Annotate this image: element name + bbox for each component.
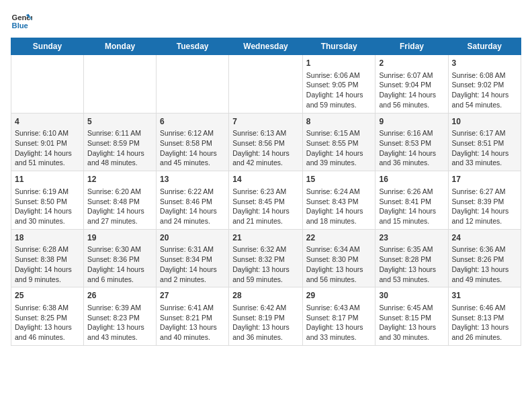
day-header-saturday: Saturday	[448, 38, 521, 55]
calendar-cell	[157, 55, 229, 113]
day-info: Sunrise: 6:17 AM Sunset: 8:51 PM Dayligh…	[452, 128, 517, 168]
calendar-cell: 1Sunrise: 6:06 AM Sunset: 9:05 PM Daylig…	[302, 55, 375, 113]
day-info: Sunrise: 6:06 AM Sunset: 9:05 PM Dayligh…	[306, 71, 372, 110]
day-header-friday: Friday	[375, 38, 448, 55]
calendar-cell: 13Sunrise: 6:22 AM Sunset: 8:46 PM Dayli…	[157, 171, 229, 230]
calendar-cell: 28Sunrise: 6:42 AM Sunset: 8:19 PM Dayli…	[229, 287, 303, 346]
day-number: 1	[306, 58, 372, 69]
day-info: Sunrise: 6:43 AM Sunset: 8:17 PM Dayligh…	[306, 303, 372, 342]
day-info: Sunrise: 6:39 AM Sunset: 8:23 PM Dayligh…	[87, 303, 152, 342]
svg-text:Blue: Blue	[12, 21, 28, 30]
calendar-cell: 29Sunrise: 6:43 AM Sunset: 8:17 PM Dayli…	[302, 287, 375, 346]
calendar-cell: 16Sunrise: 6:26 AM Sunset: 8:41 PM Dayli…	[375, 171, 448, 230]
calendar-cell: 10Sunrise: 6:17 AM Sunset: 8:51 PM Dayli…	[448, 113, 521, 171]
day-info: Sunrise: 6:19 AM Sunset: 8:50 PM Dayligh…	[15, 187, 80, 226]
day-number: 5	[87, 116, 152, 128]
day-info: Sunrise: 6:34 AM Sunset: 8:30 PM Dayligh…	[306, 244, 372, 284]
day-number: 22	[306, 232, 372, 244]
calendar-cell: 19Sunrise: 6:30 AM Sunset: 8:36 PM Dayli…	[84, 229, 157, 287]
day-header-wednesday: Wednesday	[229, 38, 303, 55]
day-info: Sunrise: 6:16 AM Sunset: 8:53 PM Dayligh…	[379, 128, 444, 168]
day-number: 24	[452, 232, 517, 244]
calendar-cell: 6Sunrise: 6:12 AM Sunset: 8:58 PM Daylig…	[157, 113, 229, 171]
calendar-week-2: 4Sunrise: 6:10 AM Sunset: 9:01 PM Daylig…	[11, 113, 521, 171]
day-number: 28	[232, 290, 299, 302]
calendar-cell: 20Sunrise: 6:31 AM Sunset: 8:34 PM Dayli…	[157, 229, 229, 287]
day-number: 14	[232, 174, 299, 185]
day-number: 13	[160, 174, 225, 185]
day-number: 15	[306, 174, 372, 185]
day-number: 30	[379, 290, 444, 302]
day-number: 16	[379, 174, 444, 185]
day-info: Sunrise: 6:30 AM Sunset: 8:36 PM Dayligh…	[87, 244, 152, 284]
calendar-cell: 9Sunrise: 6:16 AM Sunset: 8:53 PM Daylig…	[375, 113, 448, 171]
calendar-cell: 4Sunrise: 6:10 AM Sunset: 9:01 PM Daylig…	[11, 113, 84, 171]
calendar-cell: 14Sunrise: 6:23 AM Sunset: 8:45 PM Dayli…	[229, 171, 303, 230]
day-number: 23	[379, 232, 444, 244]
calendar-cell: 30Sunrise: 6:45 AM Sunset: 8:15 PM Dayli…	[375, 287, 448, 346]
calendar-cell: 21Sunrise: 6:32 AM Sunset: 8:32 PM Dayli…	[229, 229, 303, 287]
calendar-cell	[229, 55, 303, 113]
calendar-cell: 5Sunrise: 6:11 AM Sunset: 8:59 PM Daylig…	[84, 113, 157, 171]
day-number: 11	[15, 174, 80, 185]
day-info: Sunrise: 6:12 AM Sunset: 8:58 PM Dayligh…	[160, 128, 225, 168]
day-info: Sunrise: 6:10 AM Sunset: 9:01 PM Dayligh…	[15, 128, 80, 168]
day-info: Sunrise: 6:36 AM Sunset: 8:26 PM Dayligh…	[452, 244, 517, 284]
day-number: 21	[232, 232, 299, 244]
day-info: Sunrise: 6:28 AM Sunset: 8:38 PM Dayligh…	[15, 244, 80, 284]
calendar-body: 1Sunrise: 6:06 AM Sunset: 9:05 PM Daylig…	[11, 55, 521, 346]
calendar-week-4: 18Sunrise: 6:28 AM Sunset: 8:38 PM Dayli…	[11, 229, 521, 287]
day-number: 3	[452, 58, 517, 69]
calendar-cell	[11, 55, 84, 113]
day-info: Sunrise: 6:41 AM Sunset: 8:21 PM Dayligh…	[160, 303, 225, 342]
day-info: Sunrise: 6:42 AM Sunset: 8:19 PM Dayligh…	[232, 303, 299, 342]
calendar-cell: 11Sunrise: 6:19 AM Sunset: 8:50 PM Dayli…	[11, 171, 84, 230]
day-info: Sunrise: 6:24 AM Sunset: 8:43 PM Dayligh…	[306, 187, 372, 226]
header: General Blue	[11, 11, 521, 32]
day-info: Sunrise: 6:15 AM Sunset: 8:55 PM Dayligh…	[306, 128, 372, 168]
day-info: Sunrise: 6:32 AM Sunset: 8:32 PM Dayligh…	[232, 244, 299, 284]
calendar-week-5: 25Sunrise: 6:38 AM Sunset: 8:25 PM Dayli…	[11, 287, 521, 346]
calendar-header: SundayMondayTuesdayWednesdayThursdayFrid…	[11, 38, 521, 55]
day-number: 18	[15, 232, 80, 244]
day-number: 10	[452, 116, 517, 128]
day-info: Sunrise: 6:11 AM Sunset: 8:59 PM Dayligh…	[87, 128, 152, 168]
calendar-cell: 27Sunrise: 6:41 AM Sunset: 8:21 PM Dayli…	[157, 287, 229, 346]
day-header-sunday: Sunday	[11, 38, 84, 55]
logo-icon: General Blue	[11, 11, 32, 32]
day-number: 8	[306, 116, 372, 128]
day-info: Sunrise: 6:08 AM Sunset: 9:02 PM Dayligh…	[452, 71, 517, 110]
calendar-week-1: 1Sunrise: 6:06 AM Sunset: 9:05 PM Daylig…	[11, 55, 521, 113]
day-number: 9	[379, 116, 444, 128]
calendar-cell	[84, 55, 157, 113]
day-number: 27	[160, 290, 225, 302]
day-info: Sunrise: 6:07 AM Sunset: 9:04 PM Dayligh…	[379, 71, 444, 110]
day-info: Sunrise: 6:45 AM Sunset: 8:15 PM Dayligh…	[379, 303, 444, 342]
calendar-cell: 3Sunrise: 6:08 AM Sunset: 9:02 PM Daylig…	[448, 55, 521, 113]
day-number: 12	[87, 174, 152, 185]
day-header-tuesday: Tuesday	[157, 38, 229, 55]
day-number: 31	[452, 290, 517, 302]
day-info: Sunrise: 6:13 AM Sunset: 8:56 PM Dayligh…	[232, 128, 299, 168]
day-info: Sunrise: 6:46 AM Sunset: 8:13 PM Dayligh…	[452, 303, 517, 342]
day-header-monday: Monday	[84, 38, 157, 55]
calendar-week-3: 11Sunrise: 6:19 AM Sunset: 8:50 PM Dayli…	[11, 171, 521, 230]
day-info: Sunrise: 6:27 AM Sunset: 8:39 PM Dayligh…	[452, 187, 517, 226]
calendar-cell: 26Sunrise: 6:39 AM Sunset: 8:23 PM Dayli…	[84, 287, 157, 346]
day-number: 2	[379, 58, 444, 69]
calendar-cell: 8Sunrise: 6:15 AM Sunset: 8:55 PM Daylig…	[302, 113, 375, 171]
logo: General Blue	[11, 11, 32, 32]
day-number: 4	[15, 116, 80, 128]
calendar-cell: 31Sunrise: 6:46 AM Sunset: 8:13 PM Dayli…	[448, 287, 521, 346]
day-number: 17	[452, 174, 517, 185]
calendar-cell: 23Sunrise: 6:35 AM Sunset: 8:28 PM Dayli…	[375, 229, 448, 287]
calendar-cell: 22Sunrise: 6:34 AM Sunset: 8:30 PM Dayli…	[302, 229, 375, 287]
calendar-cell: 15Sunrise: 6:24 AM Sunset: 8:43 PM Dayli…	[302, 171, 375, 230]
day-number: 25	[15, 290, 80, 302]
day-header-thursday: Thursday	[302, 38, 375, 55]
day-number: 6	[160, 116, 225, 128]
calendar-cell: 2Sunrise: 6:07 AM Sunset: 9:04 PM Daylig…	[375, 55, 448, 113]
day-info: Sunrise: 6:31 AM Sunset: 8:34 PM Dayligh…	[160, 244, 225, 284]
calendar-cell: 12Sunrise: 6:20 AM Sunset: 8:48 PM Dayli…	[84, 171, 157, 230]
calendar-cell: 18Sunrise: 6:28 AM Sunset: 8:38 PM Dayli…	[11, 229, 84, 287]
